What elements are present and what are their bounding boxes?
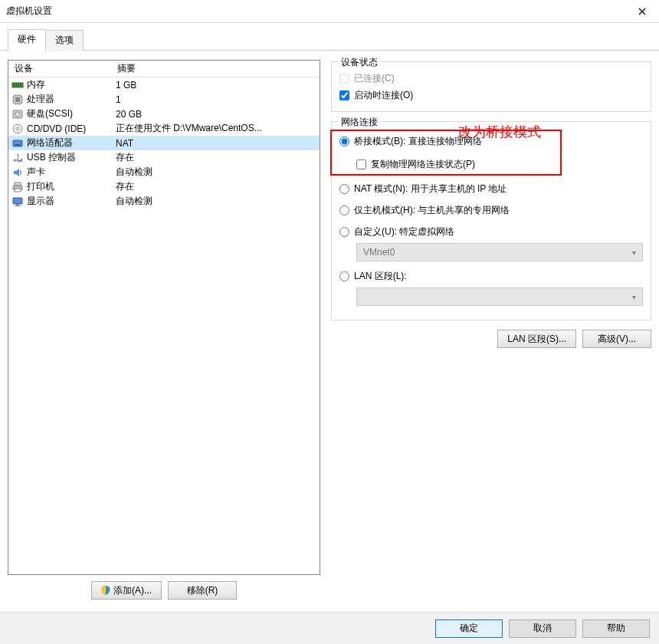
printer-icon bbox=[11, 181, 24, 193]
lanseg-select: ▾ bbox=[356, 288, 643, 306]
lan-segments-button[interactable]: LAN 区段(S)... bbox=[497, 330, 576, 348]
remove-device-label: 移除(R) bbox=[187, 584, 218, 597]
lanseg-value bbox=[363, 291, 366, 302]
device-name: 网络适配器 bbox=[27, 136, 116, 150]
tab-hardware-label: 硬件 bbox=[18, 34, 36, 44]
disk-icon bbox=[11, 108, 24, 120]
svg-rect-4 bbox=[20, 84, 21, 87]
hostonly-row[interactable]: 仅主机模式(H): 与主机共享的专用网络 bbox=[339, 202, 643, 219]
network-connection-group: 网络连接 桥接模式(B): 直接连接物理网络 复制物理网络连接状态(P) NAT… bbox=[331, 121, 651, 320]
device-summary: 1 GB bbox=[116, 80, 320, 90]
device-summary: 存在 bbox=[116, 151, 320, 164]
device-name: 显示器 bbox=[27, 195, 116, 208]
device-row[interactable]: 声卡自动检测 bbox=[8, 165, 320, 179]
device-name: 硬盘(SCSI) bbox=[27, 107, 116, 120]
cpu-icon bbox=[11, 94, 24, 106]
device-summary: 正在使用文件 D:\VMware\CentOS... bbox=[116, 122, 320, 135]
advanced-label: 高级(V)... bbox=[598, 333, 636, 346]
device-state-legend: 设备状态 bbox=[338, 56, 381, 69]
add-device-button[interactable]: 添加(A)... bbox=[91, 581, 162, 600]
lanseg-row[interactable]: LAN 区段(L): bbox=[339, 268, 643, 284]
dialog-button-bar: 确定 取消 帮助 bbox=[0, 612, 659, 644]
device-name: 声卡 bbox=[27, 166, 116, 179]
nat-row[interactable]: NAT 模式(N): 用于共享主机的 IP 地址 bbox=[339, 180, 643, 197]
device-summary: 自动检测 bbox=[116, 166, 320, 179]
window-title: 虚拟机设置 bbox=[6, 5, 653, 18]
usb-icon bbox=[11, 152, 24, 164]
help-button[interactable]: 帮助 bbox=[582, 619, 650, 638]
network-connection-legend: 网络连接 bbox=[338, 116, 381, 129]
svg-rect-6 bbox=[15, 97, 20, 102]
connect-at-poweron-label: 启动时连接(O) bbox=[354, 89, 413, 102]
cancel-label: 取消 bbox=[533, 622, 552, 635]
tab-options-label: 选项 bbox=[55, 34, 74, 45]
memory-icon bbox=[11, 79, 24, 91]
tab-strip: 硬件 选项 bbox=[0, 23, 659, 51]
shield-icon bbox=[101, 586, 110, 595]
device-name: USB 控制器 bbox=[27, 151, 116, 164]
device-row[interactable]: 内存1 GB bbox=[8, 77, 320, 92]
connected-row: 已连接(C) bbox=[339, 70, 643, 87]
display-icon bbox=[11, 196, 24, 208]
device-summary: 20 GB bbox=[116, 109, 320, 120]
cd-icon bbox=[11, 123, 24, 135]
svg-rect-2 bbox=[15, 84, 17, 87]
svg-point-11 bbox=[17, 127, 19, 130]
help-label: 帮助 bbox=[607, 622, 625, 635]
bridged-row[interactable]: 桥接模式(B): 直接连接物理网络 bbox=[339, 133, 643, 150]
custom-row[interactable]: 自定义(U): 特定虚拟网络 bbox=[339, 223, 643, 240]
device-name: 内存 bbox=[27, 78, 116, 91]
custom-network-value: VMnet0 bbox=[363, 247, 395, 258]
device-name: CD/DVD (IDE) bbox=[27, 123, 116, 134]
col-device-header[interactable]: 设备 bbox=[8, 62, 116, 75]
bridged-radio[interactable] bbox=[339, 136, 349, 146]
device-row[interactable]: 处理器1 bbox=[8, 92, 320, 107]
svg-rect-15 bbox=[15, 182, 21, 186]
device-row[interactable]: USB 控制器存在 bbox=[8, 150, 320, 165]
svg-rect-17 bbox=[15, 189, 21, 192]
custom-label: 自定义(U): 特定虚拟网络 bbox=[354, 225, 454, 238]
device-summary: 1 bbox=[116, 94, 320, 105]
ok-label: 确定 bbox=[460, 622, 478, 635]
connect-at-poweron-checkbox[interactable] bbox=[339, 90, 349, 100]
device-state-group: 设备状态 已连接(C) 启动时连接(O) bbox=[331, 61, 651, 112]
replicate-label: 复制物理网络连接状态(P) bbox=[371, 158, 475, 171]
col-summary-header[interactable]: 摘要 bbox=[116, 62, 320, 75]
device-summary: 存在 bbox=[116, 180, 320, 193]
add-device-label: 添加(A)... bbox=[113, 584, 152, 597]
remove-device-button[interactable]: 移除(R) bbox=[168, 581, 237, 600]
nat-radio[interactable] bbox=[339, 184, 349, 194]
device-row[interactable]: CD/DVD (IDE)正在使用文件 D:\VMware\CentOS... bbox=[8, 121, 320, 136]
device-list[interactable]: 设备 摘要 内存1 GB处理器1硬盘(SCSI)20 GBCD/DVD (IDE… bbox=[8, 60, 320, 575]
lanseg-radio[interactable] bbox=[339, 271, 349, 281]
device-summary: NAT bbox=[116, 138, 320, 149]
custom-radio[interactable] bbox=[339, 227, 349, 237]
device-row[interactable]: 硬盘(SCSI)20 GB bbox=[8, 107, 320, 121]
close-button[interactable] bbox=[625, 0, 659, 23]
device-name: 打印机 bbox=[27, 180, 116, 193]
tab-options[interactable]: 选项 bbox=[45, 30, 84, 51]
device-list-header: 设备 摘要 bbox=[8, 61, 320, 77]
device-summary: 自动检测 bbox=[116, 195, 320, 208]
svg-rect-20 bbox=[15, 205, 21, 206]
device-name: 处理器 bbox=[27, 93, 116, 106]
nat-label: NAT 模式(N): 用于共享主机的 IP 地址 bbox=[354, 182, 507, 196]
connected-checkbox bbox=[339, 74, 349, 84]
replicate-checkbox[interactable] bbox=[356, 159, 366, 169]
device-row[interactable]: 显示器自动检测 bbox=[8, 194, 320, 209]
custom-network-select: VMnet0 ▾ bbox=[356, 243, 643, 261]
lanseg-label: LAN 区段(L): bbox=[354, 270, 407, 283]
device-row[interactable]: 打印机存在 bbox=[8, 179, 320, 194]
svg-rect-13 bbox=[15, 144, 21, 146]
advanced-button[interactable]: 高级(V)... bbox=[582, 330, 651, 348]
device-row[interactable]: 网络适配器NAT bbox=[8, 136, 320, 150]
tab-hardware[interactable]: 硬件 bbox=[8, 29, 46, 51]
hostonly-radio[interactable] bbox=[339, 205, 349, 215]
svg-rect-19 bbox=[16, 204, 19, 205]
cancel-button[interactable]: 取消 bbox=[509, 619, 576, 638]
connect-at-poweron-row[interactable]: 启动时连接(O) bbox=[339, 87, 643, 104]
ok-button[interactable]: 确定 bbox=[435, 619, 503, 638]
chevron-down-icon: ▾ bbox=[632, 248, 636, 257]
replicate-row[interactable]: 复制物理网络连接状态(P) bbox=[339, 156, 643, 172]
sound-icon bbox=[11, 166, 24, 179]
